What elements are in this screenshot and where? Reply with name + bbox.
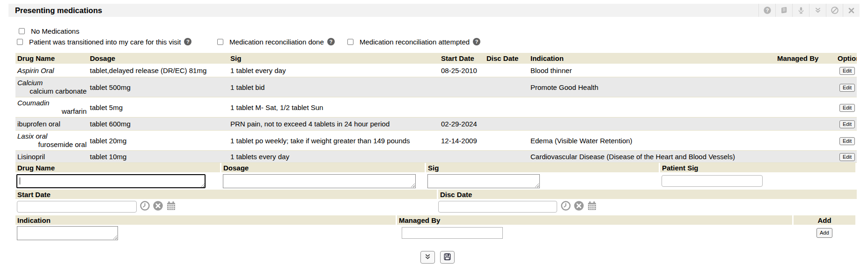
- col-header-managed-by: Managed By: [775, 53, 836, 64]
- no-medications-label: No Medications: [31, 27, 79, 35]
- disc-date-icons: [560, 201, 597, 213]
- managed-by-cell: [775, 77, 836, 97]
- disc-date-current-time-button[interactable]: [560, 201, 571, 213]
- start-date-cell: 02-29-2024: [439, 118, 485, 131]
- table-row: Calcium calcium carbonate tablet 500mg 1…: [15, 77, 857, 97]
- save-floppy-icon: [443, 253, 451, 262]
- form-label-bar-2: Start Date Disc Date: [15, 190, 857, 199]
- x-circle-icon: [153, 200, 163, 213]
- col-header-drug-name: Drug Name: [15, 53, 88, 64]
- edit-button[interactable]: Edit: [839, 137, 855, 145]
- save-button[interactable]: [440, 251, 455, 264]
- form-label-bar-1: Drug Name Dosage Sig Patient Sig: [15, 163, 857, 172]
- expand-more-button[interactable]: [420, 251, 435, 264]
- reconciliation-done-help-icon[interactable]: ?: [327, 38, 335, 45]
- start-date-input[interactable]: [17, 201, 137, 213]
- managed-by-input[interactable]: [402, 227, 503, 239]
- drug-name-label: Drug Name: [15, 163, 220, 172]
- managed-by-label: Managed By: [397, 215, 792, 225]
- start-date-cell: [439, 77, 485, 97]
- sig-input[interactable]: [427, 174, 540, 188]
- table-row: ibuprofen oral tablet 600mg PRN pain, no…: [15, 118, 857, 131]
- sig-label: Sig: [426, 163, 659, 172]
- drug-name: Lasix oral: [17, 132, 88, 140]
- table-row: Lisinopril tablet 10mg 1 tablets every d…: [15, 151, 857, 163]
- add-button[interactable]: Add: [817, 228, 832, 238]
- start-date-cell: 08-25-2010: [439, 64, 485, 77]
- clock-icon: [140, 200, 150, 213]
- managed-by-cell: [775, 64, 836, 77]
- edit-button[interactable]: Edit: [839, 104, 855, 112]
- indication-field-wrap: [17, 226, 118, 240]
- sig-cell: 1 tablet bid: [228, 77, 439, 97]
- indication-cell: [529, 97, 775, 118]
- help-button[interactable]: ?: [758, 4, 775, 17]
- start-date-cell: 12-14-2009: [439, 131, 485, 151]
- table-row: Lasix oral furosemide oral tablet 20mg 1…: [15, 131, 857, 151]
- transitioned-checkbox[interactable]: [17, 39, 23, 45]
- patient-sig-input[interactable]: [662, 175, 763, 187]
- dosage-label: Dosage: [221, 163, 425, 172]
- col-header-sig: Sig: [228, 53, 439, 64]
- col-header-indication: Indication: [529, 53, 775, 64]
- indication-cell: Promote Good Health: [529, 77, 775, 97]
- microphone-icon: [797, 6, 805, 15]
- table-header-row: Drug Name Dosage Sig Start Date Disc Dat…: [15, 53, 857, 64]
- calendar-icon: [587, 200, 597, 213]
- disc-date-input[interactable]: [438, 201, 557, 213]
- transitioned-help-icon[interactable]: ?: [184, 38, 191, 45]
- indication-input[interactable]: [17, 226, 118, 240]
- reconciliation-attempted-checkbox[interactable]: [347, 39, 353, 45]
- drug-generic-name: furosemide oral: [17, 140, 88, 149]
- disc-date-calendar-button[interactable]: [586, 201, 597, 213]
- form-label-bar-3: Indication Managed By Add: [15, 215, 857, 225]
- edit-button[interactable]: Edit: [839, 84, 855, 92]
- indication-cell: Edema (Visible Water Retention): [529, 131, 775, 151]
- indication-cell: Cardiovascular Disease (Disease of the H…: [529, 151, 775, 163]
- disc-date-clear-button[interactable]: [573, 201, 584, 213]
- sig-cell: 1 tablets every day: [228, 151, 439, 163]
- start-date-cell: [439, 97, 485, 118]
- double-chevron-down-icon: [814, 7, 822, 14]
- dosage-input[interactable]: [223, 174, 416, 188]
- disc-date-cell: [485, 131, 529, 151]
- x-circle-icon: [574, 200, 584, 213]
- disc-date-cell: [485, 64, 529, 77]
- reconciliation-attempted-label: Medication reconciliation attempted: [360, 38, 470, 46]
- start-date-clear-button[interactable]: [152, 201, 163, 213]
- col-header-start-date: Start Date: [439, 53, 485, 64]
- edit-button[interactable]: Edit: [839, 153, 855, 161]
- drug-name: Calcium: [17, 79, 88, 87]
- start-date-calendar-button[interactable]: [165, 201, 177, 213]
- sig-cell: 1 tablet every day: [228, 64, 439, 77]
- microphone-button[interactable]: [792, 4, 809, 17]
- start-date-icons: [139, 201, 177, 213]
- start-date-current-time-button[interactable]: [139, 201, 150, 213]
- reconciliation-done-checkbox[interactable]: [217, 39, 223, 45]
- col-header-disc-date: Disc Date: [485, 53, 529, 64]
- disc-date-cell: [485, 151, 529, 163]
- drug-name-input[interactable]: [16, 174, 206, 188]
- close-button[interactable]: [843, 4, 860, 17]
- cancel-button[interactable]: [826, 4, 843, 17]
- help-icon: ?: [763, 6, 772, 15]
- sig-cell: PRN pain, not to exceed 4 tablets in 24 …: [228, 118, 439, 131]
- table-row: Aspirin Oral tablet,delayed release (DR/…: [15, 64, 857, 77]
- medications-table: Drug Name Dosage Sig Start Date Disc Dat…: [15, 53, 857, 163]
- titlebar-icon-group: ?: [758, 4, 860, 17]
- no-medications-checkbox[interactable]: [19, 28, 25, 34]
- drug-generic-name: warfarin: [17, 107, 88, 116]
- reconciliation-attempted-help-icon[interactable]: ?: [473, 38, 480, 45]
- managed-by-cell: [775, 151, 836, 163]
- dosage-cell: tablet,delayed release (DR/EC) 81mg: [88, 64, 228, 77]
- indication-cell: [529, 118, 775, 131]
- collapse-button[interactable]: [809, 4, 826, 17]
- col-header-dosage: Dosage: [88, 53, 228, 64]
- edit-button[interactable]: Edit: [839, 120, 855, 128]
- disc-date-cell: [485, 118, 529, 131]
- drug-name-field-wrap: [16, 174, 206, 188]
- reconciliation-attempted-group: Medication reconciliation attempted ?: [347, 37, 480, 46]
- edit-button[interactable]: Edit: [839, 67, 855, 75]
- cancel-icon: [831, 6, 839, 15]
- book-button[interactable]: [775, 4, 792, 17]
